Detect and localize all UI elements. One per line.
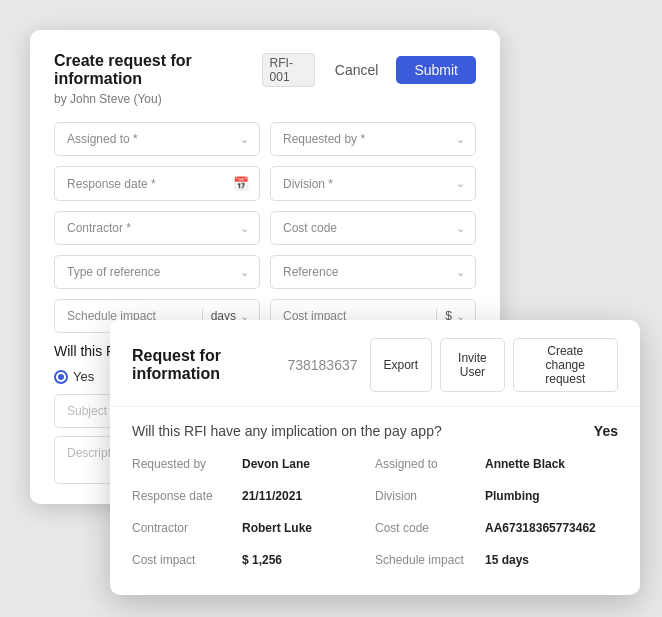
detail-body: Will this RFI have any implication on th… — [110, 407, 640, 595]
cost-code-value: AA67318365773462 — [485, 521, 618, 535]
schedule-impact-row: Schedule impact 15 days — [375, 553, 618, 567]
form-row-2: Response date * 📅 Division * ⌄ — [54, 166, 476, 201]
assigned-to-label: Assigned to * — [67, 132, 138, 146]
division-value: Plumbing — [485, 489, 618, 503]
division-label: Division * — [283, 177, 333, 191]
form-row-4: Type of reference ⌄ Reference ⌄ — [54, 255, 476, 289]
division-row: Division Plumbing — [375, 489, 618, 503]
chevron-down-icon: ⌄ — [456, 133, 465, 146]
detail-header-actions: Export Invite User Create change request — [370, 338, 618, 392]
cost-code-field[interactable]: Cost code ⌄ — [270, 211, 476, 245]
yes-radio-button[interactable] — [54, 370, 68, 384]
cost-code-label: Cost code — [283, 221, 337, 235]
division-field[interactable]: Division * ⌄ — [270, 166, 476, 201]
response-date-label: Response date — [132, 489, 242, 503]
reference-field[interactable]: Reference ⌄ — [270, 255, 476, 289]
modal-actions: Cancel Submit — [325, 56, 476, 84]
requested-by-label: Requested by — [132, 457, 242, 471]
schedule-impact-label: Schedule impact — [375, 553, 485, 567]
cancel-button[interactable]: Cancel — [325, 56, 389, 84]
chevron-down-icon: ⌄ — [456, 222, 465, 235]
assigned-to-field[interactable]: Assigned to * ⌄ — [54, 122, 260, 156]
pay-app-row: Will this RFI have any implication on th… — [132, 423, 618, 439]
submit-button[interactable]: Submit — [396, 56, 476, 84]
modal-byline: by John Steve (You) — [54, 92, 476, 106]
contractor-value: Robert Luke — [242, 521, 375, 535]
requested-by-label: Requested by * — [283, 132, 365, 146]
create-change-request-button[interactable]: Create change request — [513, 338, 618, 392]
chevron-down-icon: ⌄ — [240, 133, 249, 146]
form-row-1: Assigned to * ⌄ Requested by * ⌄ — [54, 122, 476, 156]
modal-header: Create request for information RFI-001 C… — [54, 52, 476, 88]
type-of-reference-field[interactable]: Type of reference ⌄ — [54, 255, 260, 289]
export-button[interactable]: Export — [370, 338, 433, 392]
detail-card: Request for information 738183637 Export… — [110, 320, 640, 595]
requested-by-row: Requested by Devon Lane — [132, 457, 375, 471]
response-date-row: Response date 21/11/2021 — [132, 489, 375, 503]
requested-by-value: Devon Lane — [242, 457, 375, 471]
cost-impact-value: $ 1,256 — [242, 553, 375, 567]
contractor-label: Contractor — [132, 521, 242, 535]
pay-app-detail-question: Will this RFI have any implication on th… — [132, 423, 442, 439]
division-label: Division — [375, 489, 485, 503]
response-date-field[interactable]: Response date * 📅 — [54, 166, 260, 201]
assigned-to-row: Assigned to Annette Black — [375, 457, 618, 471]
requested-by-field[interactable]: Requested by * ⌄ — [270, 122, 476, 156]
cost-code-label: Cost code — [375, 521, 485, 535]
response-date-label: Response date * — [67, 177, 156, 191]
chevron-down-icon: ⌄ — [456, 177, 465, 190]
subject-placeholder: Subject — [67, 404, 107, 418]
form-row-3: Contractor * ⌄ Cost code ⌄ — [54, 211, 476, 245]
detail-id: 738183637 — [287, 357, 357, 373]
cost-impact-row: Cost impact $ 1,256 — [132, 553, 375, 567]
cost-code-row: Cost code AA67318365773462 — [375, 521, 618, 535]
chevron-down-icon: ⌄ — [456, 266, 465, 279]
assigned-to-label: Assigned to — [375, 457, 485, 471]
assigned-to-value: Annette Black — [485, 457, 618, 471]
contractor-row: Contractor Robert Luke — [132, 521, 375, 535]
detail-header: Request for information 738183637 Export… — [110, 320, 640, 407]
chevron-down-icon: ⌄ — [240, 222, 249, 235]
schedule-impact-value: 15 days — [485, 553, 618, 567]
pay-app-detail-answer: Yes — [594, 423, 618, 439]
invite-user-button[interactable]: Invite User — [440, 338, 504, 392]
detail-info-grid: Requested by Devon Lane Assigned to Anne… — [132, 457, 618, 575]
response-date-value: 21/11/2021 — [242, 489, 375, 503]
rfi-badge: RFI-001 — [262, 53, 315, 87]
cost-impact-label: Cost impact — [132, 553, 242, 567]
reference-label: Reference — [283, 265, 338, 279]
contractor-field[interactable]: Contractor * ⌄ — [54, 211, 260, 245]
chevron-down-icon: ⌄ — [240, 266, 249, 279]
modal-title: Create request for information — [54, 52, 252, 88]
type-of-reference-label: Type of reference — [67, 265, 160, 279]
contractor-label: Contractor * — [67, 221, 131, 235]
yes-radio-label[interactable]: Yes — [54, 369, 94, 384]
calendar-icon: 📅 — [233, 176, 249, 191]
detail-title: Request for information — [132, 347, 275, 383]
